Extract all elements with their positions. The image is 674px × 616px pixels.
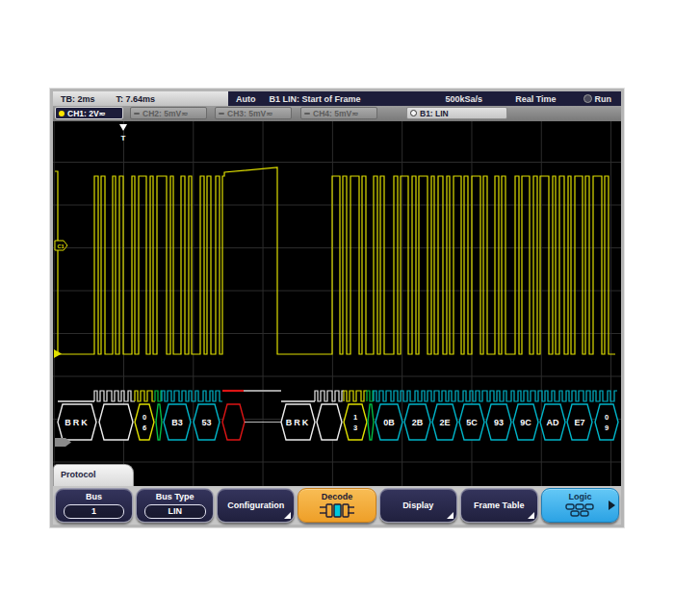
svg-text:E7: E7	[574, 418, 584, 427]
run-icon	[583, 94, 592, 103]
waveform-display: BRK06B353BRK130B2B2E5C939CADE709TC1	[53, 121, 621, 486]
svg-text:0: 0	[143, 413, 146, 422]
svg-text:3: 3	[353, 424, 357, 432]
logic-button-label: Logic	[568, 492, 591, 501]
bus-number-value: 1	[64, 504, 125, 519]
decode-frame	[99, 404, 133, 440]
frame-table-button[interactable]: Frame Table	[460, 488, 538, 523]
ch3-label: CH3: 5mV≂	[227, 109, 272, 118]
bus-type-value: LIN	[144, 504, 206, 519]
tab-bus-b1[interactable]: B1: LIN	[406, 107, 507, 119]
svg-text:0: 0	[605, 413, 609, 422]
svg-text:9C: 9C	[520, 418, 531, 427]
svg-text:1: 1	[353, 413, 357, 422]
decode-bus-icon	[320, 502, 354, 519]
protocol-tab-label: Protocol	[54, 465, 133, 479]
svg-text:BRK: BRK	[65, 418, 90, 427]
bus-trace-segment	[344, 391, 367, 401]
timebase-value: TB: 2ms	[61, 94, 95, 104]
bus-trace-segment	[367, 391, 374, 401]
protocol-tab[interactable]: Protocol	[53, 464, 134, 486]
svg-text:B3: B3	[171, 418, 183, 427]
status-bar: TB: 2ms T: 7.64ms Auto B1 LIN: Start of …	[53, 91, 621, 106]
bus-button-label: Bus	[86, 492, 102, 501]
trigger-position-marker[interactable]	[119, 124, 127, 131]
svg-text:5C: 5C	[466, 418, 478, 427]
bus-type-button[interactable]: Bus Type LIN	[136, 488, 214, 523]
bus-button[interactable]: Bus 1	[55, 488, 133, 523]
ch1-offset-label: C1	[57, 244, 64, 249]
more-pages-arrow-icon	[609, 500, 615, 510]
svg-text:AD: AD	[547, 418, 559, 427]
softkey-menu-bar: Bus 1 Bus Type LIN Configuration Decode	[53, 486, 621, 525]
tab-ch2[interactable]: CH2: 5mV≂	[130, 107, 207, 119]
trigger-event-readout: B1 LIN: Start of Frame	[270, 94, 361, 104]
bus-trace-segment	[135, 391, 155, 401]
trigger-mode-readout: Auto	[236, 94, 256, 104]
decode-frame	[368, 404, 374, 440]
acquisition-mode-readout: Real Time	[515, 94, 556, 104]
decode-button-label: Decode	[322, 492, 353, 501]
b1-label: B1: LIN	[420, 109, 449, 118]
configuration-button[interactable]: Configuration	[217, 488, 295, 523]
bus-type-button-label: Bus Type	[156, 492, 194, 501]
configuration-button-label: Configuration	[227, 500, 284, 510]
ch1-waveform-trace	[55, 167, 615, 354]
decode-frame	[222, 404, 245, 440]
sample-rate-readout: 500kSa/s	[446, 94, 483, 104]
trigger-position-label: T	[121, 134, 126, 142]
screenshot-background: TB: 2ms T: 7.64ms Auto B1 LIN: Start of …	[0, 0, 674, 616]
waveform-canvas: BRK06B353BRK130B2B2E5C939CADE709TC1	[53, 121, 621, 486]
oscilloscope-screen: TB: 2ms T: 7.64ms Auto B1 LIN: Start of …	[53, 91, 621, 525]
tab-ch4[interactable]: CH4: 5mV≂	[300, 107, 377, 119]
ch1-label: CH1: 2V≂	[67, 109, 106, 118]
decode-frame	[156, 404, 162, 440]
decode-frame	[344, 404, 367, 440]
svg-text:2E: 2E	[439, 418, 450, 427]
decode-frame	[595, 404, 618, 440]
display-button-label: Display	[402, 500, 433, 510]
ch2-label: CH2: 5mV≂	[143, 109, 188, 118]
svg-text:2B: 2B	[412, 418, 424, 427]
frame-table-button-label: Frame Table	[474, 500, 524, 510]
timebase-readout: TB: 2ms T: 7.64ms	[53, 91, 228, 106]
bus-trace-segment	[315, 391, 344, 401]
submenu-corner-icon	[447, 512, 454, 519]
run-state-label: Run	[595, 94, 612, 104]
svg-text:0B: 0B	[383, 418, 395, 427]
ch1-color-icon	[59, 111, 65, 116]
submenu-corner-icon	[284, 512, 291, 519]
ch4-label: CH4: 5mV≂	[313, 109, 358, 118]
bus-trace-segment	[94, 391, 135, 401]
submenu-corner-icon	[528, 512, 534, 519]
ch2-off-icon	[134, 113, 140, 115]
svg-text:6: 6	[143, 424, 146, 432]
ch3-off-icon	[219, 113, 224, 115]
decode-frame	[135, 404, 154, 440]
logic-button[interactable]: Logic	[541, 488, 619, 523]
bus-trace-segment	[374, 391, 617, 401]
bus-trace-segment	[155, 391, 162, 401]
svg-text:9: 9	[605, 424, 609, 432]
display-button[interactable]: Display	[379, 488, 457, 523]
svg-text:BRK: BRK	[286, 418, 311, 427]
trigger-time-value: T: 7.64ms	[117, 94, 156, 104]
svg-text:93: 93	[494, 418, 504, 427]
decode-frame	[317, 404, 342, 440]
tab-ch1[interactable]: CH1: 2V≂	[55, 107, 123, 119]
ch4-off-icon	[304, 113, 310, 115]
bus-trace-segment	[162, 391, 222, 401]
b1-indicator-icon	[410, 110, 417, 116]
tab-ch3[interactable]: CH3: 5mV≂	[215, 107, 292, 119]
svg-text:53: 53	[201, 418, 211, 427]
channel-tab-row: CH1: 2V≂ CH2: 5mV≂ CH3: 5mV≂ CH4: 5mV≂ B…	[53, 106, 621, 121]
run-control[interactable]: Run	[583, 94, 612, 104]
decode-button[interactable]: Decode	[298, 488, 376, 523]
logic-bus-icon	[565, 502, 594, 519]
